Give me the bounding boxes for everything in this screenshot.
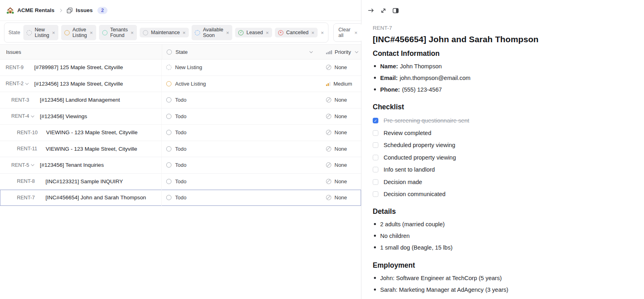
chip-label: New Listing xyxy=(35,27,49,38)
breadcrumb-team-label: ACME Rentals xyxy=(17,7,54,13)
contact-information-list: Name: John Thompson Email: john.thompson… xyxy=(373,63,628,93)
expand-diagonal-icon[interactable] xyxy=(380,7,387,14)
chevron-down-icon[interactable] xyxy=(26,83,31,84)
table-row[interactable]: RENT-3 [#123456] Landlord Management Tod… xyxy=(0,92,361,109)
priority-cell[interactable]: None xyxy=(318,157,361,173)
state-filter-chip[interactable]: Maintenance × xyxy=(140,28,189,37)
chip-remove-icon[interactable]: × xyxy=(130,30,134,35)
clear-all-filters-button[interactable]: Clear all × xyxy=(333,23,363,42)
state-filter-chip[interactable]: Tenants Found × xyxy=(99,25,137,40)
close-panel-arrow-right-icon[interactable] xyxy=(367,7,374,14)
state-filter-chip[interactable]: Active Listing × xyxy=(61,25,96,40)
state-cell[interactable]: Todo xyxy=(162,92,318,108)
issue-title: VIEWING - 123 Maple Street, Cityville xyxy=(45,146,137,152)
priority-icon xyxy=(326,82,330,86)
state-cell[interactable]: Todo xyxy=(162,109,318,125)
state-icon xyxy=(166,81,171,86)
chevron-down-icon[interactable] xyxy=(31,164,37,166)
checkbox[interactable] xyxy=(373,179,378,185)
priority-cell[interactable]: None xyxy=(318,109,361,125)
state-icon xyxy=(102,30,107,35)
item-label: Email: xyxy=(380,75,398,82)
chip-remove-icon[interactable]: × xyxy=(312,30,315,35)
table-row[interactable]: RENT-9 [#789987] 125 Maple Street, Cityv… xyxy=(0,59,361,76)
column-header-state[interactable]: State xyxy=(162,45,318,59)
checkbox[interactable] xyxy=(373,155,378,160)
checklist-item: Conducted property viewing xyxy=(373,154,628,161)
priority-cell[interactable]: None xyxy=(318,59,361,76)
table-row[interactable]: RENT-7 [INC#456654] John and Sarah Thomp… xyxy=(0,190,361,206)
state-icon xyxy=(143,30,148,35)
checkbox[interactable] xyxy=(373,167,378,172)
priority-icon xyxy=(326,114,331,119)
list-item: Name: John Thompson xyxy=(373,63,628,70)
clear-all-close-icon: × xyxy=(355,30,358,35)
bullet-icon xyxy=(374,235,376,237)
table-row[interactable]: RENT-2 [#123456] 123 Maple Street, Cityv… xyxy=(0,76,361,92)
detail-issue-title: [INC#456654] John and Sarah Thompson xyxy=(373,35,628,44)
state-filter-chip[interactable]: × Cancelled × xyxy=(275,28,318,37)
chip-label: Active Listing xyxy=(72,27,87,38)
state-filter-chip[interactable]: Available Soon × xyxy=(192,25,232,40)
state-label: Todo xyxy=(175,162,186,168)
issue-id: RENT-4 xyxy=(11,113,31,119)
checklist-item: Decision communicated xyxy=(373,191,628,197)
item-value: john.thompson@email.com xyxy=(400,75,471,82)
state-icon xyxy=(166,114,171,119)
state-cell[interactable]: Todo xyxy=(162,141,318,157)
state-label: Todo xyxy=(175,178,186,184)
priority-icon xyxy=(326,65,331,70)
table-row[interactable]: RENT-8 [INC#123321] Sample INQUIRY Todo … xyxy=(0,174,361,190)
state-filter-chip[interactable]: New Listing × xyxy=(23,25,58,40)
contact-information-heading: Contact Information xyxy=(373,49,628,58)
priority-cell[interactable]: None xyxy=(318,190,361,206)
issues-icon xyxy=(66,7,73,14)
state-cell[interactable]: Active Listing xyxy=(162,76,318,92)
state-icon xyxy=(166,179,171,184)
checkbox[interactable]: ✓ xyxy=(373,118,378,123)
state-cell[interactable]: Todo xyxy=(162,125,318,141)
checkbox[interactable] xyxy=(373,142,378,148)
state-cell[interactable]: Todo xyxy=(162,174,318,190)
chip-remove-icon[interactable]: × xyxy=(183,30,186,35)
table-row[interactable]: RENT-5 [#123456] Tenant Inquiries Todo N… xyxy=(0,157,361,174)
checkbox[interactable] xyxy=(373,191,378,197)
state-column-chevron-down-icon[interactable] xyxy=(310,49,313,53)
priority-cell[interactable]: None xyxy=(318,141,361,157)
chip-remove-icon[interactable]: × xyxy=(266,30,269,35)
filter-bar: State New Listing × Active Listing × Ten… xyxy=(0,21,361,44)
bullet-icon xyxy=(374,223,376,225)
priority-column-label: Priority xyxy=(335,49,351,55)
chip-remove-icon[interactable]: × xyxy=(90,30,93,35)
checklist-item-label: Decision made xyxy=(384,179,422,185)
priority-column-chevron-down-icon[interactable] xyxy=(355,49,358,53)
state-icon xyxy=(166,130,171,135)
side-panel-layout-icon[interactable] xyxy=(392,7,399,14)
checkbox[interactable] xyxy=(373,130,378,136)
state-cell[interactable]: Todo xyxy=(162,157,318,173)
priority-cell[interactable]: Medium xyxy=(318,76,361,92)
breadcrumb-team[interactable]: ACME Rentals xyxy=(6,7,54,14)
chip-label: Maintenance xyxy=(151,30,180,35)
state-cell[interactable]: Todo xyxy=(162,190,318,206)
priority-cell[interactable]: None xyxy=(318,174,361,190)
state-filter-chip[interactable]: ✓ Leased × xyxy=(235,28,272,37)
priority-cell[interactable]: None xyxy=(318,125,361,141)
chip-remove-icon[interactable]: × xyxy=(52,30,55,35)
chip-remove-icon[interactable]: × xyxy=(226,30,229,35)
filter-group-close-icon[interactable]: × xyxy=(321,30,324,35)
table-row[interactable]: RENT-10 VIEWING - 123 Maple Street, City… xyxy=(0,125,361,141)
list-item: Sarah: Marketing Manager at AdAgency (3 … xyxy=(373,287,628,293)
state-cell[interactable]: New Listing xyxy=(162,59,318,76)
breadcrumb-issues[interactable]: Issues xyxy=(66,7,93,14)
list-item: John: Software Engineer at TechCorp (5 y… xyxy=(373,275,628,282)
table-row[interactable]: RENT-11 VIEWING - 123 Maple Street, City… xyxy=(0,141,361,158)
chip-label: Cancelled xyxy=(286,30,309,35)
table-row[interactable]: RENT-4 [#123456] Viewings Todo None xyxy=(0,109,361,125)
issue-cell: RENT-5 [#123456] Tenant Inquiries xyxy=(0,157,162,173)
priority-cell[interactable]: None xyxy=(318,92,361,108)
column-header-priority[interactable]: Priority xyxy=(318,45,361,59)
bullet-icon xyxy=(374,289,376,291)
issue-cell: RENT-7 [INC#456654] John and Sarah Thomp… xyxy=(0,190,162,206)
chevron-down-icon[interactable] xyxy=(31,116,37,117)
